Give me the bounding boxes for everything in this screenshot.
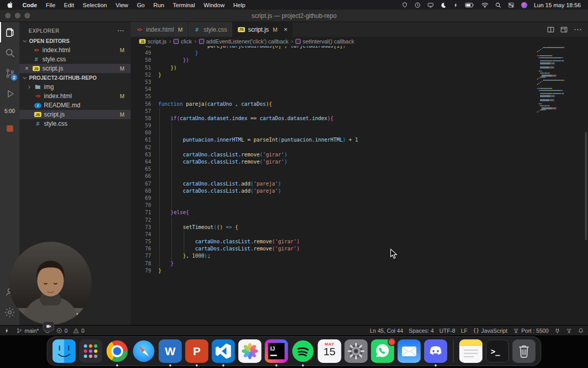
code-line[interactable]: 68 cartaDos.classList.add('pareja')	[131, 188, 588, 195]
open-editor-index.html[interactable]: <>index.htmlM	[19, 45, 131, 55]
dock-powerpoint-icon[interactable]: P	[185, 339, 209, 363]
tree-item-script.js[interactable]: JSscript.jsM	[19, 110, 131, 119]
menubar-clock[interactable]: Lun 15 may 18:56	[534, 2, 581, 8]
more-actions-icon[interactable]: ···	[118, 28, 125, 34]
dock-discord-icon[interactable]	[424, 339, 448, 363]
code-line[interactable]: 78 }	[131, 260, 588, 267]
control-center-icon[interactable]	[508, 2, 514, 8]
code-line[interactable]: 63 cartaUno.classList.remove('girar')	[131, 151, 588, 158]
breadcrumb-item[interactable]: setInterval() callback	[296, 38, 354, 44]
search-icon[interactable]	[495, 2, 501, 8]
status-git-branch[interactable]: main*	[16, 328, 39, 334]
menu-view[interactable]: View	[115, 2, 128, 8]
code-line[interactable]: 75 cartaUno.classList.remove('girar')	[131, 238, 588, 245]
project-folder-header[interactable]: PROJECT2-GITHUB-REPO	[19, 73, 131, 82]
shield-icon[interactable]	[402, 2, 408, 8]
menu-window[interactable]: Window	[204, 2, 225, 8]
dock-word-icon[interactable]: W	[159, 339, 182, 363]
tree-item-README.md[interactable]: iREADME.md	[19, 101, 131, 110]
tree-item-index.html[interactable]: <>index.htmlM	[19, 91, 131, 101]
code-line[interactable]: 76 cartaDos.classList.remove('girar')	[131, 245, 588, 252]
dock-terminal-icon[interactable]: >_	[486, 339, 509, 363]
close-icon[interactable]: ×	[23, 65, 30, 72]
status-cursor-position[interactable]: Ln 45, Col 44	[370, 328, 403, 334]
code-line[interactable]: 66	[131, 173, 588, 180]
code-line[interactable]: 49 }	[131, 50, 588, 57]
status-errors[interactable]: 0	[56, 328, 67, 334]
siri-icon[interactable]	[521, 2, 527, 8]
status-end-of-line[interactable]: LF	[461, 328, 468, 334]
moon-icon[interactable]	[440, 2, 447, 8]
menu-help[interactable]: Help	[233, 2, 246, 8]
apple-menu-icon[interactable]	[7, 2, 14, 8]
menu-terminal[interactable]: Terminal	[173, 2, 195, 8]
dock-system-settings-icon[interactable]	[345, 339, 368, 363]
code-line[interactable]: 62	[131, 144, 588, 151]
split-editor-icon[interactable]	[547, 26, 554, 33]
menu-edit[interactable]: Edit	[64, 2, 74, 8]
tab-style.css[interactable]: #style.css	[188, 22, 233, 37]
bolt-icon[interactable]	[453, 2, 458, 8]
activity-search-icon[interactable]	[0, 42, 19, 63]
display-icon[interactable]	[427, 2, 434, 8]
dock-photos-icon[interactable]	[238, 339, 262, 363]
dock-intellij-idea-icon[interactable]: IJ	[265, 339, 288, 363]
code-line[interactable]: 72	[131, 217, 588, 224]
activity-explorer-icon[interactable]	[0, 22, 19, 42]
code-line[interactable]: 58 if(cartaUno.dataset.index == cartaDos…	[131, 115, 588, 122]
minimap[interactable]	[537, 47, 581, 112]
dock-launchpad-icon[interactable]	[79, 339, 103, 363]
dock-trash-icon[interactable]	[512, 339, 536, 363]
code-line[interactable]: 48 pareja(tarjetaGiradas[0] , tarjetaGir…	[131, 46, 588, 50]
code-line[interactable]: 50 })	[131, 57, 588, 64]
more-actions-icon[interactable]: ···	[574, 25, 582, 34]
code-line[interactable]: 77 }, 1000);	[131, 252, 588, 260]
code-line[interactable]: 67 cartaUno.classList.add('pareja')	[131, 180, 588, 188]
menu-run[interactable]: Run	[153, 2, 164, 8]
webcam-control-button[interactable]	[43, 321, 54, 331]
menu-file[interactable]: File	[46, 2, 56, 8]
activity-source-control-icon[interactable]: 2	[0, 63, 19, 83]
dock-whatsapp-icon[interactable]	[371, 339, 395, 363]
app-menu[interactable]: Code	[22, 2, 37, 8]
code-line[interactable]: 54	[131, 86, 588, 93]
dock-notes-icon[interactable]	[459, 339, 483, 363]
open-editor-script.js[interactable]: ×JSscript.jsM	[19, 64, 131, 73]
status-notifications[interactable]	[578, 328, 584, 334]
dock-safari-icon[interactable]	[132, 339, 156, 363]
code-line[interactable]: 60	[131, 129, 588, 136]
tree-item-img[interactable]: img	[19, 82, 131, 91]
code-line[interactable]: 70	[131, 202, 588, 209]
dock-calendar-icon[interactable]: MAY15	[318, 339, 341, 363]
code-line[interactable]: 51 })	[131, 64, 588, 72]
status-warnings[interactable]: 0	[73, 328, 84, 334]
breadcrumb-item[interactable]: addEventListener('click') callback	[199, 38, 288, 44]
open-editors-header[interactable]: OPEN EDITORS	[19, 36, 131, 45]
breadcrumb-item[interactable]: JS script.js	[139, 38, 166, 44]
status-plug[interactable]	[554, 328, 560, 334]
code-line[interactable]: 69	[131, 195, 588, 202]
menu-go[interactable]: Go	[137, 2, 144, 8]
code-line[interactable]: 59	[131, 122, 588, 129]
code-line[interactable]: 55	[131, 93, 588, 100]
remote-indicator-icon[interactable]	[4, 328, 10, 334]
dock-mail-icon[interactable]	[398, 339, 421, 363]
tree-item-style.css[interactable]: #style.css	[19, 119, 131, 128]
menu-selection[interactable]: Selection	[83, 2, 107, 8]
code-line[interactable]: 71 }else{	[131, 209, 588, 216]
dock-chrome-icon[interactable]	[106, 339, 129, 363]
activity-run-and-debug-icon[interactable]	[0, 83, 19, 104]
code-line[interactable]: 53	[131, 79, 588, 86]
code-line[interactable]: 73 setTimeout(() => {	[131, 224, 588, 231]
dock-spotify-icon[interactable]	[291, 339, 315, 363]
minimize-window-button[interactable]	[15, 13, 20, 18]
tab-index.html[interactable]: <>index.htmlM	[131, 22, 188, 37]
status-broadcast[interactable]	[566, 328, 572, 334]
status-indentation[interactable]: Spaces: 4	[409, 328, 434, 334]
code-line[interactable]: 56function pareja(cartaUno , cartaDos){	[131, 101, 588, 108]
breadcrumb-item[interactable]: click	[174, 38, 191, 44]
status-live-server-port[interactable]: Port : 5500	[513, 328, 549, 334]
code-line[interactable]: 61 puntuacion.innerHTML = parseInt(puntu…	[131, 136, 588, 144]
wifi-icon[interactable]	[481, 2, 488, 8]
status-encoding[interactable]: UTF-8	[439, 328, 455, 334]
